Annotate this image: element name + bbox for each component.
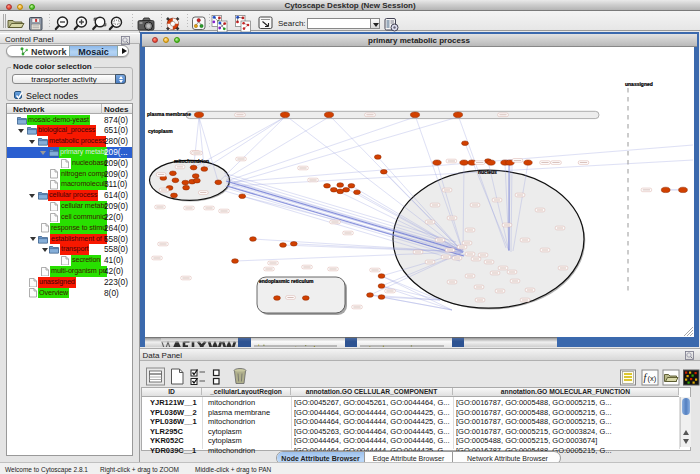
svg-text:cytoplasm: cytoplasm	[148, 128, 173, 134]
svg-text:(x): (x)	[647, 374, 656, 383]
svg-text:nucleus: nucleus	[478, 169, 497, 175]
svg-text:mitochondrion: mitochondrion	[174, 158, 209, 164]
svg-text:unassigned: unassigned	[625, 81, 653, 87]
svg-text:endoplasmic reticulum: endoplasmic reticulum	[259, 278, 314, 284]
svg-text:plasma membrane: plasma membrane	[147, 111, 191, 117]
